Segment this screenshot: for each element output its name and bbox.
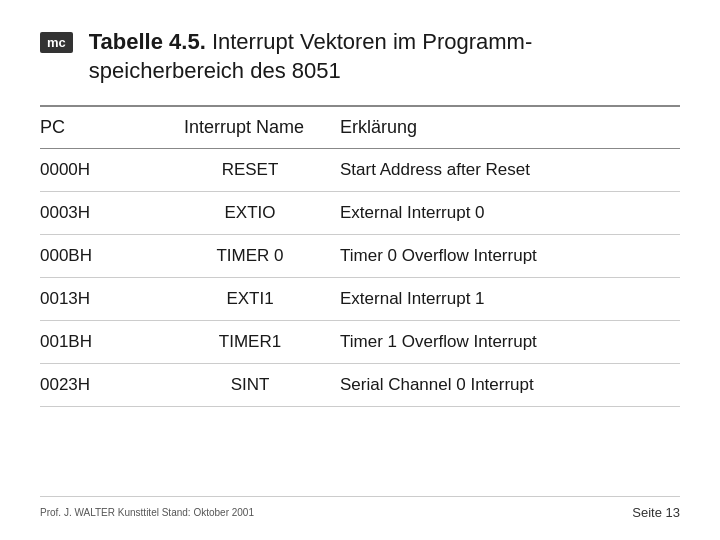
table-row: 000BHTIMER 0Timer 0 Overflow Interrupt — [40, 235, 680, 278]
cell-interrupt-name: TIMER1 — [160, 321, 340, 364]
page-title: Tabelle 4.5. Interrupt Vektoren im Progr… — [89, 28, 680, 85]
cell-explanation: Start Address after Reset — [340, 149, 680, 192]
title-bold: Tabelle 4.5. — [89, 29, 206, 54]
header-section: mc Tabelle 4.5. Interrupt Vektoren im Pr… — [40, 28, 680, 85]
footer-section: Prof. J. WALTER Kunsttitel Stand: Oktobe… — [40, 496, 680, 520]
table-section: PC Interrupt Name Erklärung 0000HRESETSt… — [40, 107, 680, 496]
mc-badge: mc — [40, 32, 73, 53]
cell-interrupt-name: TIMER 0 — [160, 235, 340, 278]
table-row: 0013HEXTI1External Interrupt 1 — [40, 278, 680, 321]
cell-explanation: Timer 1 Overflow Interrupt — [340, 321, 680, 364]
title-block: Tabelle 4.5. Interrupt Vektoren im Progr… — [89, 28, 680, 85]
footer-right: Seite 13 — [632, 505, 680, 520]
table-row: 0000HRESETStart Address after Reset — [40, 149, 680, 192]
cell-pc: 001BH — [40, 321, 160, 364]
cell-interrupt-name: EXTIO — [160, 192, 340, 235]
interrupt-table: PC Interrupt Name Erklärung 0000HRESETSt… — [40, 107, 680, 407]
footer-left: Prof. J. WALTER Kunsttitel Stand: Oktobe… — [40, 507, 254, 518]
table-row: 0003HEXTIOExternal Interrupt 0 — [40, 192, 680, 235]
page-container: mc Tabelle 4.5. Interrupt Vektoren im Pr… — [0, 0, 720, 540]
col-header-interrupt-name: Interrupt Name — [160, 107, 340, 149]
cell-pc: 0023H — [40, 364, 160, 407]
col-header-explanation: Erklärung — [340, 107, 680, 149]
cell-interrupt-name: SINT — [160, 364, 340, 407]
cell-pc: 0003H — [40, 192, 160, 235]
col-header-pc: PC — [40, 107, 160, 149]
cell-pc: 0013H — [40, 278, 160, 321]
cell-explanation: External Interrupt 1 — [340, 278, 680, 321]
cell-pc: 000BH — [40, 235, 160, 278]
cell-pc: 0000H — [40, 149, 160, 192]
cell-explanation: Serial Channel 0 Interrupt — [340, 364, 680, 407]
cell-explanation: External Interrupt 0 — [340, 192, 680, 235]
cell-interrupt-name: EXTI1 — [160, 278, 340, 321]
cell-explanation: Timer 0 Overflow Interrupt — [340, 235, 680, 278]
cell-interrupt-name: RESET — [160, 149, 340, 192]
table-header-row: PC Interrupt Name Erklärung — [40, 107, 680, 149]
table-row: 001BHTIMER1Timer 1 Overflow Interrupt — [40, 321, 680, 364]
table-row: 0023HSINTSerial Channel 0 Interrupt — [40, 364, 680, 407]
